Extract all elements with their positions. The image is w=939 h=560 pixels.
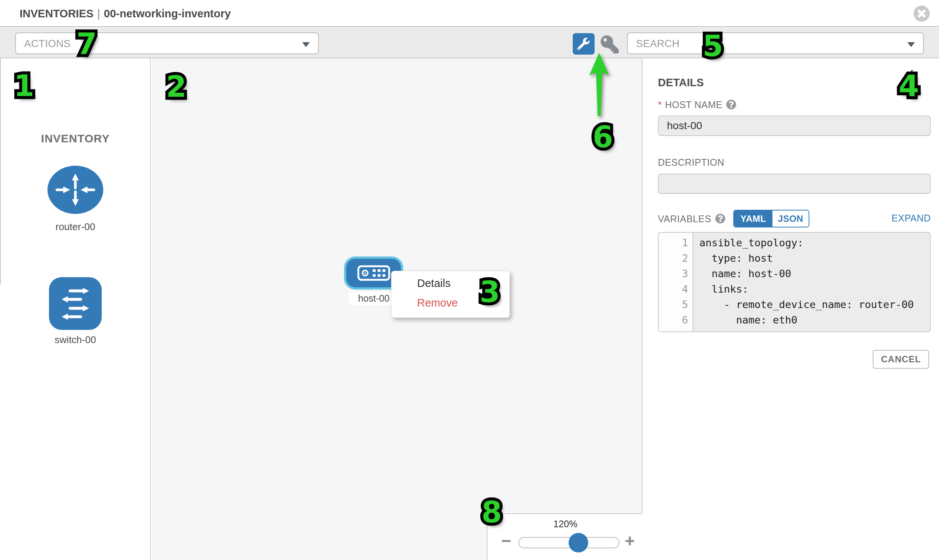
inventory-sidebar: INVENTORY router-00 — [0, 58, 151, 560]
annotation-1: 1 — [14, 71, 34, 100]
router-icon[interactable] — [47, 165, 103, 214]
expand-link[interactable]: EXPAND — [891, 213, 931, 224]
details-title: DETAILS — [658, 77, 704, 89]
toolbar: ACTIONS SEARCH — [0, 28, 939, 58]
code-line: - remote_device_name: router-00 — [694, 297, 930, 312]
annotation-4: 4 — [899, 71, 919, 100]
host-name-input[interactable] — [658, 115, 931, 136]
editor-gutter: 1 2 3 4 5 6 7 — [658, 233, 693, 331]
annotation-5: 5 — [703, 31, 723, 61]
context-menu-item-remove[interactable]: Remove — [417, 297, 458, 309]
configure-button[interactable] — [573, 33, 595, 55]
help-icon[interactable] — [726, 99, 736, 109]
annotation-7: 7 — [77, 29, 97, 58]
key-icon[interactable] — [601, 35, 619, 54]
sidebar-edge-line — [0, 58, 1, 284]
description-input[interactable] — [658, 174, 931, 194]
router-node-label: router-00 — [0, 221, 151, 233]
zoom-control: 120% − + — [487, 513, 643, 560]
search-dropdown-label: SEARCH — [636, 38, 680, 50]
breadcrumb-separator: | — [94, 8, 104, 20]
code-line: type: host — [694, 251, 930, 266]
code-line: links: — [694, 281, 930, 297]
actions-dropdown[interactable]: ACTIONS — [15, 32, 319, 54]
line-number: 7 — [658, 328, 692, 332]
switch-icon[interactable] — [49, 277, 102, 330]
code-line: ansible_topology: — [694, 235, 930, 251]
line-number: 4 — [658, 281, 692, 297]
page-header: INVENTORIES|00-networking-inventory — [0, 0, 939, 27]
annotation-3: 3 — [480, 277, 500, 306]
line-number: 1 — [658, 235, 692, 251]
green-up-arrow-icon — [587, 52, 611, 117]
host-icon — [357, 265, 390, 281]
code-line: remote_interface_name: eth0 — [694, 328, 930, 332]
topology-canvas[interactable]: host-00 Details Remove 120% − + — [151, 58, 643, 560]
zoom-in-button[interactable]: + — [625, 532, 635, 549]
switch-node-label: switch-00 — [0, 334, 151, 346]
page-title: INVENTORIES|00-networking-inventory — [20, 8, 231, 20]
cancel-button[interactable]: CANCEL — [873, 350, 929, 369]
json-toggle-button[interactable]: JSON — [772, 211, 809, 227]
variables-label: VARIABLES — [658, 214, 725, 225]
format-toggle: YAML JSON — [733, 210, 809, 228]
code-line: name: host-00 — [694, 266, 930, 281]
yaml-toggle-button[interactable]: YAML — [734, 211, 772, 227]
annotation-6: 6 — [593, 122, 613, 152]
host-name-label: *HOST NAME — [658, 99, 736, 111]
editor-content: ansible_topology: type: host name: host-… — [694, 233, 930, 332]
context-menu-item-details[interactable]: Details — [417, 277, 451, 289]
inventory-name: 00-networking-inventory — [104, 8, 231, 20]
chevron-down-icon — [302, 42, 310, 47]
actions-dropdown-label: ACTIONS — [24, 38, 71, 50]
zoom-level-label: 120% — [487, 518, 643, 529]
inventory-topology-page: INVENTORIES|00-networking-inventory ACTI… — [0, 0, 939, 560]
close-icon[interactable] — [913, 5, 930, 22]
annotation-2: 2 — [166, 72, 187, 101]
annotation-8: 8 — [481, 497, 502, 527]
zoom-slider-thumb[interactable] — [569, 533, 588, 552]
line-number: 3 — [658, 266, 692, 281]
details-panel: DETAILS *HOST NAME DESCRIPTION VARIABLES… — [643, 58, 939, 560]
line-number: 5 — [658, 297, 692, 312]
line-number: 6 — [658, 312, 692, 328]
help-icon[interactable] — [715, 214, 725, 224]
breadcrumb: INVENTORIES — [20, 8, 94, 20]
search-dropdown[interactable]: SEARCH — [627, 32, 924, 54]
code-line: name: eth0 — [694, 312, 930, 328]
chevron-down-icon — [907, 42, 915, 47]
sidebar-title: INVENTORY — [0, 132, 151, 145]
required-marker: * — [658, 99, 662, 110]
zoom-out-button[interactable]: − — [501, 532, 511, 549]
description-label: DESCRIPTION — [658, 157, 724, 168]
line-number: 2 — [658, 251, 692, 266]
wrench-icon — [577, 38, 590, 51]
variables-editor[interactable]: 1 2 3 4 5 6 7 ansible_topology: type: ho… — [658, 232, 931, 332]
